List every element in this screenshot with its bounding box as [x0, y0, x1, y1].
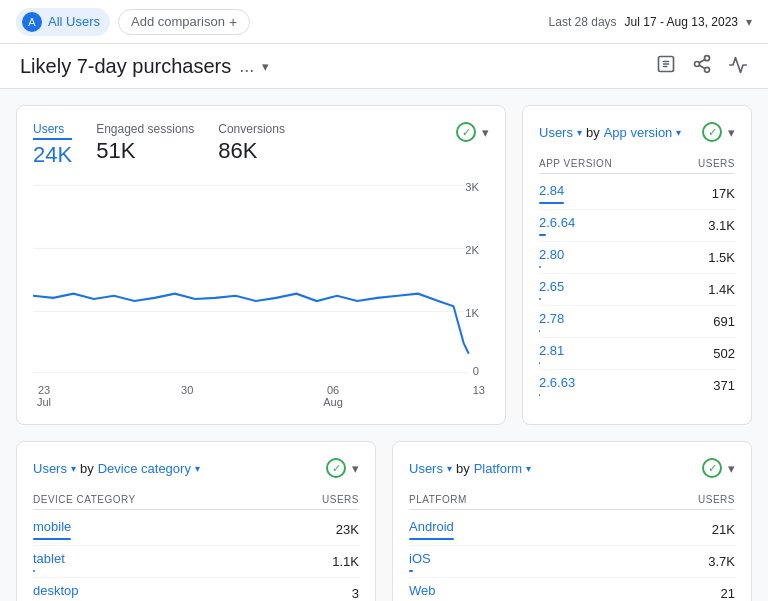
app-version-users-label[interactable]: Users [539, 125, 573, 140]
device-check-icon: ✓ [326, 458, 346, 478]
table-row: 2.6.63 371 [539, 370, 735, 401]
platform-table: PLATFORM USERS Android 21K iOS 3.7K [409, 490, 735, 601]
row-value-mobile: 23K [336, 522, 359, 537]
platform-users-label[interactable]: Users [409, 461, 443, 476]
date-range-label: Last 28 days [549, 15, 617, 29]
table-row: tablet 1.1K [33, 546, 359, 578]
row-name-280: 2.80 [539, 247, 564, 268]
share-icon[interactable] [692, 54, 712, 78]
device-users-dropdown[interactable]: ▾ [71, 463, 76, 474]
row-name-android: Android [409, 519, 454, 540]
header-right: Last 28 days Jul 17 - Aug 13, 2023 ▾ [549, 15, 752, 29]
x-label-23: 23 Jul [37, 384, 51, 408]
svg-text:3K: 3K [465, 180, 479, 192]
date-range-value: Jul 17 - Aug 13, 2023 [625, 15, 738, 29]
metric-conversions-label[interactable]: Conversions [218, 122, 285, 136]
title-actions [656, 54, 748, 78]
chart-area: 3K 2K 1K 0 [33, 180, 489, 380]
row-value-281: 502 [713, 346, 735, 361]
row-bar-ios [409, 570, 413, 572]
page-title: Likely 7-day purchasers [20, 55, 231, 78]
user-avatar: A [22, 12, 42, 32]
device-table-header: DEVICE CATEGORY USERS [33, 490, 359, 510]
svg-line-4 [699, 65, 705, 68]
title-menu-dots[interactable]: ... [239, 56, 254, 77]
user-chip[interactable]: A All Users [16, 8, 110, 36]
row-name-278: 2.78 [539, 311, 564, 332]
main-chart-card: Users 24K Engaged sessions 51K Conversio… [16, 105, 506, 425]
row-bar-2663 [539, 394, 540, 396]
x-label-06: 06 Aug [323, 384, 343, 408]
metric-users-label[interactable]: Users [33, 122, 72, 140]
date-range-dropdown-icon[interactable]: ▾ [746, 15, 752, 29]
row-value-tablet: 1.1K [332, 554, 359, 569]
title-bar: Likely 7-day purchasers ... ▾ [0, 44, 768, 89]
table-row: mobile 23K [33, 514, 359, 546]
svg-text:1K: 1K [465, 307, 479, 319]
platform-header: Users ▾ by Platform ▾ ✓ ▾ [409, 458, 735, 478]
add-comparison-button[interactable]: Add comparison + [118, 9, 250, 35]
device-dimension-dropdown[interactable]: ▾ [195, 463, 200, 474]
app-version-title: Users ▾ by App version ▾ [539, 125, 681, 140]
table-row: Android 21K [409, 514, 735, 546]
row-value-desktop: 3 [352, 586, 359, 601]
x-date-06: 06 [323, 384, 343, 396]
customize-icon[interactable] [728, 55, 748, 78]
row-bar-mobile [33, 538, 71, 540]
app-version-table: APP VERSION USERS 2.84 17K 2.6.64 3.1K [539, 154, 735, 401]
row-bar-android [409, 538, 454, 540]
row-value-265: 1.4K [708, 282, 735, 297]
device-table: DEVICE CATEGORY USERS mobile 23K tablet [33, 490, 359, 601]
svg-text:0: 0 [473, 365, 479, 377]
row-bar-278 [539, 330, 540, 332]
platform-menu-icon[interactable]: ▾ [728, 461, 735, 476]
platform-dimension-dropdown[interactable]: ▾ [526, 463, 531, 474]
platform-dimension-label[interactable]: Platform [474, 461, 522, 476]
platform-users-dropdown[interactable]: ▾ [447, 463, 452, 474]
title-left: Likely 7-day purchasers ... ▾ [20, 55, 269, 78]
row-name-265: 2.65 [539, 279, 564, 300]
row-name-284: 2.84 [539, 183, 564, 204]
x-date-13: 13 [473, 384, 485, 396]
app-version-menu-icon[interactable]: ▾ [728, 125, 735, 140]
header-left: A All Users Add comparison + [16, 8, 250, 36]
app-version-dropdown-icon[interactable]: ▾ [577, 127, 582, 138]
row-bar-2664 [539, 234, 546, 236]
table-row: 2.80 1.5K [539, 242, 735, 274]
x-date-23: 23 [37, 384, 51, 396]
metrics-row: Users 24K Engaged sessions 51K Conversio… [33, 122, 489, 168]
metric-engaged-value: 51K [96, 138, 194, 164]
app-version-dim-dropdown-icon[interactable]: ▾ [676, 127, 681, 138]
platform-check-icon: ✓ [702, 458, 722, 478]
top-row: Users 24K Engaged sessions 51K Conversio… [16, 105, 752, 425]
device-menu-icon[interactable]: ▾ [352, 461, 359, 476]
x-month-aug: Aug [323, 396, 343, 408]
edit-icon[interactable] [656, 54, 676, 78]
device-users-label[interactable]: Users [33, 461, 67, 476]
x-month-jul: Jul [37, 396, 51, 408]
row-name-desktop: desktop [33, 583, 79, 601]
row-name-web: Web [409, 583, 436, 601]
app-version-card: Users ▾ by App version ▾ ✓ ▾ APP VERSION… [522, 105, 752, 425]
col-device-users: USERS [322, 494, 359, 505]
device-by-label: by [80, 461, 94, 476]
main-content: Users 24K Engaged sessions 51K Conversio… [0, 89, 768, 601]
device-dimension-label[interactable]: Device category [98, 461, 191, 476]
app-version-check-icon: ✓ [702, 122, 722, 142]
row-bar-tablet [33, 570, 35, 572]
row-value-web: 21 [721, 586, 735, 601]
x-label-13: 13 [473, 384, 485, 408]
device-card-actions: ✓ ▾ [326, 458, 359, 478]
metrics-actions: ✓ ▾ [456, 122, 489, 142]
col-device-category: DEVICE CATEGORY [33, 494, 136, 505]
title-dropdown-button[interactable]: ▾ [262, 59, 269, 74]
user-label: All Users [48, 14, 100, 29]
x-label-30: 30 [181, 384, 193, 408]
device-category-title: Users ▾ by Device category ▾ [33, 461, 200, 476]
col-app-version: APP VERSION [539, 158, 612, 169]
app-version-dimension-label[interactable]: App version [604, 125, 673, 140]
metric-engaged-label[interactable]: Engaged sessions [96, 122, 194, 136]
table-row: 2.78 691 [539, 306, 735, 338]
metrics-dropdown-icon[interactable]: ▾ [482, 125, 489, 140]
x-labels: 23 Jul 30 06 Aug 13 [33, 384, 489, 408]
